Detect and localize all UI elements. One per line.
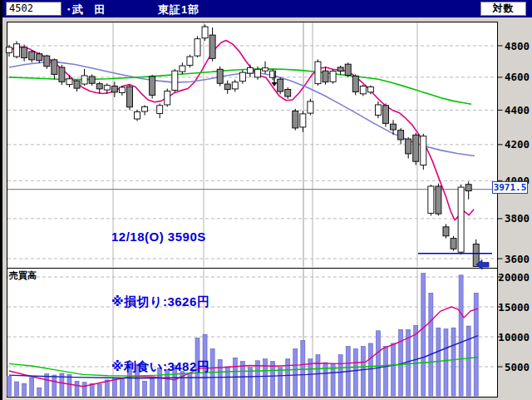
candle-bearish <box>293 111 298 127</box>
candle-bearish <box>443 227 449 236</box>
volume-axis-label: 5000 <box>505 361 530 373</box>
volume-bar <box>406 329 411 396</box>
candle-bearish <box>398 131 404 140</box>
volume-bar <box>459 275 463 396</box>
candle-bullish <box>232 82 238 89</box>
price-axis-label: 4200 <box>505 138 530 151</box>
volume-bar <box>105 380 109 396</box>
volume-pane-label: 売買高 <box>9 269 37 282</box>
volume-bar <box>75 381 79 396</box>
candle-bearish <box>209 35 215 58</box>
volume-bar <box>429 293 433 396</box>
volume-bar <box>338 355 342 396</box>
candle-bullish <box>300 114 306 127</box>
candle-bullish <box>360 86 366 94</box>
volume-bar <box>52 375 57 396</box>
candle-bullish <box>14 44 20 57</box>
candle-bearish <box>323 71 328 82</box>
trade-annotation-line2: ※損切り:3626円 <box>111 291 209 313</box>
candle-bearish <box>337 67 343 72</box>
candle-bearish <box>413 135 419 161</box>
candle-bullish <box>458 187 464 252</box>
candle-bullish <box>421 136 426 165</box>
candle-bullish <box>66 79 72 85</box>
chart-canvas[interactable]: 4800460044004200400038003600200001500010… <box>0 0 532 400</box>
candle-bearish <box>150 77 155 96</box>
candle-bearish <box>52 60 57 75</box>
candle-bullish <box>247 67 253 73</box>
candle-bullish <box>315 62 321 84</box>
candle-bearish <box>22 47 27 58</box>
volume-bar <box>264 359 268 396</box>
candle-bullish <box>180 66 185 72</box>
candle-bearish <box>224 84 230 89</box>
volume-bar <box>421 274 426 396</box>
candle-bearish <box>89 77 95 83</box>
volume-bar <box>7 377 12 396</box>
volume-bar <box>97 384 101 396</box>
candle-bearish <box>345 64 351 75</box>
volume-bar <box>37 388 42 396</box>
candle-bearish <box>451 239 456 249</box>
candle-bullish <box>81 76 87 84</box>
price-axis-label: 4400 <box>505 104 530 116</box>
candle-bearish <box>37 54 42 61</box>
volume-bar <box>414 325 418 396</box>
volume-bar <box>399 329 403 396</box>
volume-bar <box>444 329 448 396</box>
candle-bearish <box>74 81 80 88</box>
volume-axis-label: 20000 <box>498 271 530 284</box>
candle-bullish <box>202 27 208 38</box>
candle-bullish <box>142 106 148 111</box>
candle-bearish <box>96 84 102 89</box>
volume-axis-label: 15000 <box>498 301 530 314</box>
candle-bearish <box>406 139 411 154</box>
candle-bearish <box>352 76 358 91</box>
candle-bullish <box>330 72 336 82</box>
volume-bar <box>384 347 388 396</box>
price-axis-label: 4800 <box>505 40 530 52</box>
candle-bullish <box>308 101 313 113</box>
candle-bullish <box>165 91 170 105</box>
volume-bar <box>82 383 86 396</box>
volume-bar <box>392 343 396 396</box>
candle-bullish <box>172 71 178 90</box>
candle-bullish <box>104 86 110 90</box>
candle-bearish <box>285 90 291 96</box>
candle-bullish <box>7 47 12 53</box>
volume-bar <box>323 363 328 396</box>
candle-bullish <box>263 68 268 71</box>
candle-bearish <box>126 86 132 107</box>
candle-bullish <box>195 39 200 56</box>
trade-annotation: 12/18(O) 3590S ※損切り:3626円 ※利食い:3482円 <box>111 183 209 400</box>
volume-bar <box>22 383 27 396</box>
candle-bullish <box>428 186 434 213</box>
candle-bearish <box>29 52 35 60</box>
price-axis-label: 3600 <box>505 253 530 265</box>
volume-bar <box>353 348 357 396</box>
candle-bearish <box>44 56 50 67</box>
candle-bearish <box>217 69 223 83</box>
volume-bar <box>278 368 283 396</box>
volume-bar <box>301 340 305 396</box>
price-axis-label: 3800 <box>505 212 530 225</box>
volume-bar <box>30 378 34 396</box>
volume-axis-label: 10000 <box>498 331 530 343</box>
candle-bullish <box>367 87 373 92</box>
volume-bar <box>15 382 19 396</box>
volume-bar <box>376 331 380 396</box>
volume-bar <box>316 355 320 396</box>
price-axis-label: 4600 <box>505 71 530 83</box>
candle-bearish <box>111 86 117 92</box>
candle-bullish <box>119 87 125 92</box>
candle-bullish <box>135 111 140 119</box>
volume-bar <box>67 374 71 396</box>
candle-bullish <box>375 105 381 116</box>
current-price-tag: 3971.5 <box>492 181 528 194</box>
volume-bar <box>45 374 49 396</box>
candle-bearish <box>278 79 283 91</box>
candle-bearish <box>391 124 397 130</box>
candle-bullish <box>157 106 163 114</box>
trade-annotation-line1: 12/18(O) 3590S <box>111 226 209 248</box>
candle-bullish <box>254 69 260 77</box>
